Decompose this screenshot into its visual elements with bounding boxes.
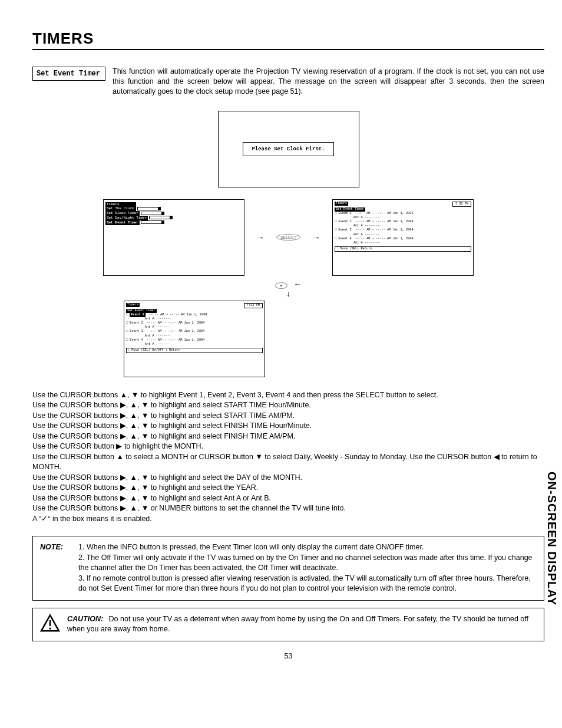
ev2b-line: --:-- AM → --:-- AM Jan 1, 2004 [147,321,205,325]
ev2-label: Event 2 [338,220,351,223]
ev2b-ant: Ant A -------- [145,325,171,329]
intro-paragraph: This function will automatically operate… [113,67,544,97]
clock-warning-message: Please Set Clock First. [243,142,333,156]
menu-header: Timers [105,202,136,207]
caution-label: CAUTION: [67,615,103,623]
instr-8: Use the CURSOR buttons ▶, ▲, ▼ to highli… [32,473,544,483]
section-label-box: Set Event Timer [32,67,105,81]
page-title: TIMERS [32,29,544,50]
timers-menu-screen: Timers Set The Clock Set Sleep Timer Set… [103,199,244,276]
ev4-ant: Ant A -------- [353,241,380,245]
note-item-3: 3. If no remote control button is presse… [78,574,537,594]
ev1b-ant: Ant A -------- [145,317,171,321]
ev3b-ant: Ant A -------- [145,334,171,338]
select-button-icon: SELECT [276,234,300,241]
menu-item-event: Set Event Timer [105,220,140,225]
ev4b-label: Event 4 [130,338,143,342]
caution-box: CAUTION: Do not use your TV as a deterre… [32,608,544,642]
ev1-ant: Ant A -------- [353,216,380,219]
ev1b-line: --:-- AM → --:-- AM Jan 1, 2004 [149,313,207,317]
instr-4: Use the CURSOR buttons ▶, ▲, ▼ to highli… [32,421,544,431]
side-section-label: ON-SCREEN DISPLAY [545,472,558,605]
ev-breadcrumb1: Timers [335,202,348,206]
instr-3: Use the CURSOR buttons ▶, ▲, ▼ to highli… [32,411,544,421]
ev3-ant: Ant A -------- [353,233,380,236]
ev4-line: --:-- AM → --:-- AM Jan 1, 2004 [355,237,414,241]
arrow-right-icon: → [256,233,265,242]
ev2b-label: Event 2 [130,321,143,325]
instr-11: Use the CURSOR buttons ▶, ▲, ▼ or NUMBER… [32,503,544,514]
down-button-icon: ▼ [275,282,287,289]
ev2-breadcrumb1: Timers [126,303,140,307]
ev1b-label: Event 1 [130,313,145,317]
instr-1: Use the CURSOR buttons ▲, ▼ to highlight… [32,390,544,401]
ev2-clock: 7:32 PM [244,303,263,308]
menu-item-daynight: Set Day/Night Timer [105,216,148,220]
instr-2: Use the CURSOR buttons ▶, ▲, ▼ to highli… [32,400,544,411]
instr-10: Use the CURSOR buttons ▶, ▲, ▼ to highli… [32,493,544,504]
instruction-block: Use the CURSOR buttons ▲, ▼ to highlight… [32,390,544,525]
arrow-right-icon: → [312,233,320,242]
warning-icon [40,614,60,635]
event-timer-screen-1: Timers 7:32 PM Set Event Timer □ Event 1… [332,199,474,276]
svg-point-2 [49,627,51,629]
instr-12: A “✓“ in the box means it is enabled. [32,514,544,525]
ev3-line: --:-- AM → --:-- AM Jan 1, 2004 [355,228,414,232]
ev-breadcrumb2: Set Event Timer [335,207,365,212]
instr-5: Use the CURSOR buttons ▶, ▲, ▼ to highli… [32,431,544,442]
ev-return-line-2: ↕ Move (SEL) On/Off ◂ Return [126,348,263,353]
ev4b-ant: Ant A -------- [145,342,171,346]
ev-return-line: ↕ Move (SEL) Return [335,246,471,252]
event-timer-screen-2: Timers 7:32 PM Set Event Timer □ Event 1… [124,301,265,377]
arrow-left-icon: ← [293,279,302,289]
ev2-breadcrumb2: Set Event Timer [126,309,157,313]
ev3b-label: Event 3 [130,330,143,333]
ev1-line: --:-- AM → --:-- AM Jan 1, 2004 [355,212,414,215]
note-item-1: 1. When the INFO button is pressed, the … [78,542,537,553]
instr-6: Use the CURSOR button ▶ to highlight the… [32,442,544,452]
ev4b-line: --:-- AM → --:-- AM Jan 1, 2004 [147,338,205,342]
ev-clock: 7:32 PM [452,202,471,207]
note-item-2: 2. The Off Timer will only activate if t… [78,553,537,574]
menu-item-clock: Set The Clock [105,206,136,211]
page-number: 53 [32,652,544,660]
ev2-ant: Ant A -------- [353,224,380,228]
instr-7: Use the CURSOR button ▲ to select a MONT… [32,452,544,473]
ev4-label: Event 4 [338,237,351,241]
clock-warning-screen: Please Set Clock First. [218,111,359,187]
ev1-label: Event 1 [338,212,351,215]
note-label: NOTE: [40,542,72,594]
note-box: NOTE: 1. When the INFO button is pressed… [32,536,544,601]
menu-item-sleep: Set Sleep Timer [105,211,140,216]
arrow-down-icon: ↓ [286,289,290,298]
ev3b-line: --:-- AM → --:-- AM Jan 1, 2004 [147,330,205,333]
instr-9: Use the CURSOR buttons ▶, ▲, ▼ to highli… [32,483,544,493]
ev3-label: Event 3 [338,228,351,232]
ev2-line: --:-- AM → --:-- AM Jan 1, 2004 [355,220,414,223]
caution-text: Do not use your TV as a deterrent when a… [67,615,528,634]
